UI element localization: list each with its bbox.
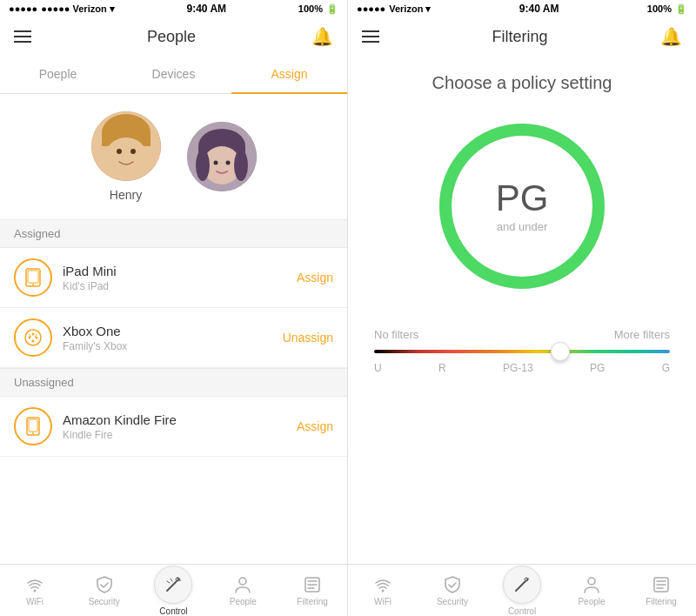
svg-point-20 [29,337,31,339]
left-nav-security[interactable]: Security [70,575,139,606]
left-nav-people[interactable]: People [208,575,278,606]
hamburger-line-2 [14,36,31,37]
right-menu-icon[interactable] [362,30,379,43]
tab-assign[interactable]: Assign [231,56,347,94]
svg-rect-25 [29,419,37,432]
left-battery: 100% 🔋 [298,3,338,15]
right-nav-security-label: Security [437,597,468,606]
tab-poeple[interactable]: Poeple [0,56,116,94]
right-bell-icon[interactable]: 🔔 [660,26,682,47]
left-carrier: ●●●●● ●●●●● Verizon ▾ [9,3,115,15]
right-control-circle [503,566,541,604]
henry-svg [91,111,161,181]
ipad-assign-button[interactable]: Assign [297,271,333,285]
left-tabs: Poeple Devices Assign [0,56,347,94]
tab-devices[interactable]: Devices [116,56,231,94]
scale-r: R [438,362,446,374]
svg-point-3 [105,137,147,176]
right-nav-filtering[interactable]: Filtering [626,575,696,606]
svg-point-26 [32,432,34,434]
left-nav-control-label: Control [159,606,187,616]
left-nav-wifi[interactable]: WiFi [0,575,70,606]
ipad-sub: Kid's iPad [63,280,286,292]
kindle-assign-button[interactable]: Assign [297,419,333,433]
filter-labels: No filters More filters [365,328,679,341]
kindle-icon [23,417,43,436]
right-hamburger-line-2 [362,36,379,37]
right-signal: ●●●●● [357,3,385,14]
svg-point-39 [382,589,385,592]
svg-point-23 [32,340,35,343]
left-panel: ●●●●● ●●●●● Verizon ▾ 9:40 AM 100% 🔋 Peo… [0,0,348,616]
kindle-info: Amazon Kindle Fire Kindle Fire [63,412,286,441]
shield-icon [95,575,114,594]
kindle-icon-circle [14,407,52,445]
right-wifi-icon [373,575,392,594]
rating-scale: U R PG-13 PG G [365,362,679,374]
xbox-unassign-button[interactable]: Unassign [283,331,333,345]
left-nav-filtering-label: Filtering [297,597,328,606]
left-nav-wifi-label: WiFi [26,597,44,606]
assigned-header: Assigned [0,219,347,248]
right-header: Filtering 🔔 [348,17,696,56]
right-person-icon [582,575,601,594]
left-nav-control[interactable]: Control [139,566,209,616]
svg-point-19 [25,330,41,345]
right-status-bar: ●●●●● Verizon ▾ 9:40 AM 100% 🔋 [348,0,696,17]
right-nav-people[interactable]: People [557,575,626,606]
no-filters-label: No filters [374,328,418,341]
slider-container[interactable] [365,350,679,353]
rating-text-area: PG and under [496,180,549,233]
xbox-info: Xbox One Family's Xbox [63,324,272,352]
carrier-name: ●●●●● Verizon ▾ [41,3,114,15]
right-carrier: ●●●●● Verizon ▾ [357,3,431,15]
svg-point-7 [144,150,151,160]
battery-icon: 🔋 [326,3,338,15]
right-nav-control[interactable]: Control [487,566,557,616]
left-bell-icon[interactable]: 🔔 [311,26,333,47]
left-nav-filtering[interactable]: Filtering [278,575,347,606]
right-nav-control-label: Control [508,606,536,616]
wifi-icon [25,575,44,594]
svg-point-34 [239,578,246,585]
device-xbox: Xbox One Family's Xbox Unassign [0,308,347,368]
right-nav-wifi[interactable]: WiFi [348,575,418,606]
henry-name: Henry [110,188,142,202]
svg-point-6 [102,150,109,160]
left-header-title: People [147,28,196,46]
right-bottom-nav: WiFi Security Control P [348,564,696,616]
svg-point-21 [36,337,38,339]
ipad-name: iPad Mini [63,264,286,278]
svg-point-13 [234,150,248,181]
control-circle [154,566,192,604]
right-nav-security[interactable]: Security [418,575,487,606]
svg-line-33 [167,581,170,583]
hamburger-line-1 [14,30,31,32]
left-status-bar: ●●●●● ●●●●● Verizon ▾ 9:40 AM 100% 🔋 [0,0,347,17]
device-ipad: iPad Mini Kid's iPad Assign [0,248,347,308]
right-battery-icon: 🔋 [675,3,687,15]
svg-line-32 [171,579,172,581]
right-wand-icon [512,575,532,594]
right-shield-icon [443,575,462,594]
rating-value: PG [496,180,549,217]
filter-main: Choose a policy setting PG and under No … [348,56,696,564]
right-battery-area: 100% 🔋 [647,3,687,15]
person-woman[interactable] [187,122,257,191]
svg-rect-17 [28,271,38,283]
policy-title: Choose a policy setting [432,73,612,93]
menu-icon[interactable] [14,30,31,43]
person-icon [233,575,252,594]
slider-track [374,350,670,353]
rating-circle-container[interactable]: PG and under [435,119,609,293]
slider-thumb[interactable] [551,342,570,361]
scale-pg13: PG-13 [503,362,533,374]
people-section: Henry [0,94,347,219]
left-header: People 🔔 [0,17,347,56]
svg-point-12 [196,150,210,181]
xbox-icon-circle [14,318,52,357]
person-henry[interactable]: Henry [91,111,161,202]
right-nav-wifi-label: WiFi [374,597,392,606]
unassigned-header: Unassigned [0,368,347,397]
right-carrier-name: Verizon ▾ [389,3,431,15]
